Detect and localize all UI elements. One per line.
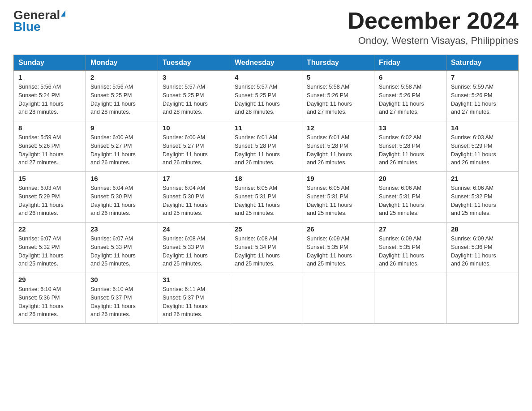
calendar-week-row: 22 Sunrise: 6:07 AM Sunset: 5:32 PM Dayl…	[14, 223, 519, 273]
table-row: 5 Sunrise: 5:58 AM Sunset: 5:26 PM Dayli…	[302, 71, 374, 121]
table-row: 20 Sunrise: 6:06 AM Sunset: 5:31 PM Dayl…	[374, 172, 446, 223]
day-info: Sunrise: 6:06 AM Sunset: 5:31 PM Dayligh…	[379, 184, 442, 218]
day-number: 7	[451, 73, 514, 81]
table-row	[230, 273, 302, 324]
table-row	[446, 273, 519, 324]
day-info: Sunrise: 6:08 AM Sunset: 5:33 PM Dayligh…	[163, 235, 225, 268]
table-row: 30 Sunrise: 6:10 AM Sunset: 5:37 PM Dayl…	[86, 273, 158, 324]
day-number: 23	[90, 225, 153, 233]
day-number: 28	[451, 225, 514, 233]
day-number: 6	[379, 73, 442, 81]
calendar-week-row: 29 Sunrise: 6:10 AM Sunset: 5:36 PM Dayl…	[14, 273, 519, 324]
day-info: Sunrise: 6:09 AM Sunset: 5:36 PM Dayligh…	[451, 235, 514, 268]
day-number: 14	[451, 124, 514, 132]
table-row: 17 Sunrise: 6:04 AM Sunset: 5:30 PM Dayl…	[158, 172, 230, 223]
calendar-header-row: Sunday Monday Tuesday Wednesday Thursday…	[14, 55, 519, 71]
table-row: 8 Sunrise: 5:59 AM Sunset: 5:26 PM Dayli…	[14, 121, 86, 172]
day-number: 3	[163, 73, 225, 81]
day-number: 27	[379, 225, 442, 233]
calendar-week-row: 1 Sunrise: 5:56 AM Sunset: 5:24 PM Dayli…	[14, 71, 519, 121]
table-row: 13 Sunrise: 6:02 AM Sunset: 5:28 PM Dayl…	[374, 121, 446, 172]
day-number: 22	[18, 225, 81, 233]
table-row: 9 Sunrise: 6:00 AM Sunset: 5:27 PM Dayli…	[86, 121, 158, 172]
day-info: Sunrise: 6:03 AM Sunset: 5:29 PM Dayligh…	[18, 184, 81, 218]
day-number: 20	[379, 175, 442, 182]
day-number: 30	[90, 276, 153, 283]
page-header: General Blue December 2024 Ondoy, Wester…	[13, 9, 519, 47]
calendar-week-row: 15 Sunrise: 6:03 AM Sunset: 5:29 PM Dayl…	[14, 172, 519, 223]
day-info: Sunrise: 6:08 AM Sunset: 5:34 PM Dayligh…	[235, 235, 297, 268]
logo-blue: Blue	[13, 20, 41, 34]
col-tuesday: Tuesday	[158, 55, 230, 71]
day-number: 2	[90, 73, 153, 81]
day-info: Sunrise: 5:57 AM Sunset: 5:25 PM Dayligh…	[163, 83, 225, 116]
table-row: 21 Sunrise: 6:06 AM Sunset: 5:32 PM Dayl…	[446, 172, 519, 223]
day-number: 5	[307, 73, 369, 81]
table-row: 1 Sunrise: 5:56 AM Sunset: 5:24 PM Dayli…	[14, 71, 86, 121]
table-row: 11 Sunrise: 6:01 AM Sunset: 5:28 PM Dayl…	[230, 121, 302, 172]
day-number: 9	[90, 124, 153, 132]
day-number: 29	[18, 276, 81, 283]
day-number: 31	[163, 276, 225, 283]
table-row	[302, 273, 374, 324]
col-thursday: Thursday	[302, 55, 374, 71]
col-wednesday: Wednesday	[230, 55, 302, 71]
day-number: 24	[163, 225, 225, 233]
day-info: Sunrise: 6:07 AM Sunset: 5:32 PM Dayligh…	[18, 235, 81, 268]
day-info: Sunrise: 6:01 AM Sunset: 5:28 PM Dayligh…	[235, 133, 297, 167]
table-row: 26 Sunrise: 6:09 AM Sunset: 5:35 PM Dayl…	[302, 223, 374, 273]
day-number: 12	[307, 124, 369, 132]
day-number: 18	[235, 175, 297, 182]
table-row: 31 Sunrise: 6:11 AM Sunset: 5:37 PM Dayl…	[158, 273, 230, 324]
day-number: 8	[18, 124, 81, 132]
title-section: December 2024 Ondoy, Western Visayas, Ph…	[348, 9, 519, 47]
day-number: 13	[379, 124, 442, 132]
table-row: 25 Sunrise: 6:08 AM Sunset: 5:34 PM Dayl…	[230, 223, 302, 273]
day-number: 26	[307, 225, 369, 233]
day-info: Sunrise: 6:02 AM Sunset: 5:28 PM Dayligh…	[379, 133, 442, 167]
day-info: Sunrise: 6:05 AM Sunset: 5:31 PM Dayligh…	[235, 184, 297, 218]
calendar-week-row: 8 Sunrise: 5:59 AM Sunset: 5:26 PM Dayli…	[14, 121, 519, 172]
table-row: 18 Sunrise: 6:05 AM Sunset: 5:31 PM Dayl…	[230, 172, 302, 223]
day-info: Sunrise: 6:05 AM Sunset: 5:31 PM Dayligh…	[307, 184, 369, 218]
table-row: 22 Sunrise: 6:07 AM Sunset: 5:32 PM Dayl…	[14, 223, 86, 273]
day-info: Sunrise: 5:57 AM Sunset: 5:25 PM Dayligh…	[235, 83, 297, 116]
day-info: Sunrise: 5:59 AM Sunset: 5:26 PM Dayligh…	[451, 83, 514, 116]
day-info: Sunrise: 5:58 AM Sunset: 5:26 PM Dayligh…	[379, 83, 442, 116]
day-number: 16	[90, 175, 153, 182]
table-row	[374, 273, 446, 324]
day-number: 25	[235, 225, 297, 233]
table-row: 29 Sunrise: 6:10 AM Sunset: 5:36 PM Dayl…	[14, 273, 86, 324]
col-friday: Friday	[374, 55, 446, 71]
logo: General Blue	[13, 9, 65, 34]
day-number: 19	[307, 175, 369, 182]
table-row: 4 Sunrise: 5:57 AM Sunset: 5:25 PM Dayli…	[230, 71, 302, 121]
day-number: 1	[18, 73, 81, 81]
day-info: Sunrise: 6:04 AM Sunset: 5:30 PM Dayligh…	[90, 184, 153, 218]
table-row: 27 Sunrise: 6:09 AM Sunset: 5:35 PM Dayl…	[374, 223, 446, 273]
day-info: Sunrise: 6:06 AM Sunset: 5:32 PM Dayligh…	[451, 184, 514, 218]
day-info: Sunrise: 6:04 AM Sunset: 5:30 PM Dayligh…	[163, 184, 225, 218]
table-row: 14 Sunrise: 6:03 AM Sunset: 5:29 PM Dayl…	[446, 121, 519, 172]
day-info: Sunrise: 6:00 AM Sunset: 5:27 PM Dayligh…	[90, 133, 153, 167]
table-row: 2 Sunrise: 5:56 AM Sunset: 5:25 PM Dayli…	[86, 71, 158, 121]
day-number: 10	[163, 124, 225, 132]
table-row: 3 Sunrise: 5:57 AM Sunset: 5:25 PM Dayli…	[158, 71, 230, 121]
day-info: Sunrise: 5:56 AM Sunset: 5:25 PM Dayligh…	[90, 83, 153, 116]
table-row: 6 Sunrise: 5:58 AM Sunset: 5:26 PM Dayli…	[374, 71, 446, 121]
day-info: Sunrise: 6:10 AM Sunset: 5:36 PM Dayligh…	[18, 285, 81, 319]
col-saturday: Saturday	[446, 55, 519, 71]
table-row: 28 Sunrise: 6:09 AM Sunset: 5:36 PM Dayl…	[446, 223, 519, 273]
table-row: 7 Sunrise: 5:59 AM Sunset: 5:26 PM Dayli…	[446, 71, 519, 121]
logo-triangle-icon	[61, 10, 65, 17]
table-row: 24 Sunrise: 6:08 AM Sunset: 5:33 PM Dayl…	[158, 223, 230, 273]
table-row: 15 Sunrise: 6:03 AM Sunset: 5:29 PM Dayl…	[14, 172, 86, 223]
calendar-table: Sunday Monday Tuesday Wednesday Thursday…	[13, 55, 519, 324]
col-sunday: Sunday	[14, 55, 86, 71]
day-number: 4	[235, 73, 297, 81]
location: Ondoy, Western Visayas, Philippines	[348, 35, 519, 47]
day-info: Sunrise: 6:03 AM Sunset: 5:29 PM Dayligh…	[451, 133, 514, 167]
day-info: Sunrise: 5:59 AM Sunset: 5:26 PM Dayligh…	[18, 133, 81, 167]
col-monday: Monday	[86, 55, 158, 71]
day-info: Sunrise: 5:58 AM Sunset: 5:26 PM Dayligh…	[307, 83, 369, 116]
